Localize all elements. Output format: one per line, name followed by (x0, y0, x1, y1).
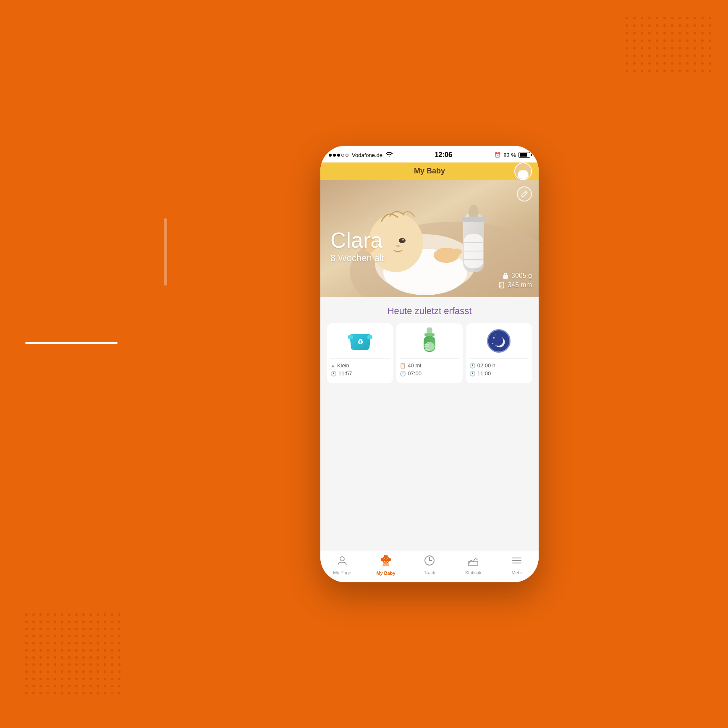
status-right: ⏰ 83 % (494, 152, 530, 158)
clock-icon-2: 🕐 (400, 371, 406, 377)
tracking-grid: ♻ ▲ Klein 🕐 11:57 (320, 323, 539, 383)
weight-value: 3005 g (511, 272, 532, 280)
svg-point-42 (492, 343, 494, 344)
battery-indicator (519, 152, 530, 158)
phone-frame: Vodafone.de 12:06 ⏰ 83 % My Baby (320, 146, 539, 582)
height-icon (498, 282, 505, 288)
svg-rect-30 (367, 335, 372, 339)
header-avatar[interactable] (514, 162, 532, 180)
svg-point-50 (385, 560, 386, 561)
sleep-tracking-item[interactable]: 🕐 02:00 h 🕐 11:00 (466, 323, 532, 383)
my-baby-label: My Baby (376, 571, 395, 576)
height-stat: 345 mm (498, 281, 532, 289)
svg-point-39 (488, 330, 509, 351)
bottle-time: 07:00 (408, 370, 422, 377)
svg-point-40 (493, 337, 495, 339)
hero-section: Clara 8 Wochen alt 3005 g (320, 180, 539, 297)
nav-statistik[interactable]: Statistik (451, 551, 495, 579)
avatar-image (515, 163, 531, 179)
decorative-line (25, 342, 118, 344)
diaper-icon-wrap: ♻ (348, 328, 373, 354)
alarm-icon: ⏰ (494, 152, 501, 158)
signal-dot-3 (337, 154, 340, 157)
track-label: Track (424, 570, 435, 575)
svg-point-52 (388, 558, 391, 561)
sleep-duration-row: 🕐 02:00 h (469, 362, 529, 369)
bottle-tracking-item[interactable]: 📋 40 ml 🕐 07:00 (396, 323, 462, 383)
svg-point-10 (402, 239, 404, 241)
bottle-details: 📋 40 ml 🕐 07:00 (400, 362, 459, 378)
sleep-icon (487, 329, 511, 353)
app-header: My Baby (320, 162, 539, 180)
mehr-icon (511, 555, 522, 568)
bottle-time-row: 🕐 07:00 (400, 370, 459, 377)
svg-rect-33 (424, 333, 435, 336)
statistik-label: Statistik (465, 570, 482, 575)
diaper-tracking-item[interactable]: ♻ ▲ Klein 🕐 11:57 (327, 323, 393, 383)
mehr-label: Mehr (511, 570, 522, 575)
svg-point-51 (381, 558, 383, 561)
baby-age: 8 Wochen alt (330, 253, 384, 264)
divider-2 (400, 359, 459, 359)
my-page-label: My Page (333, 570, 351, 575)
svg-point-14 (452, 249, 462, 255)
duration-icon: 🕐 (469, 363, 476, 369)
signal-dot-2 (333, 154, 336, 157)
svg-point-49 (387, 559, 388, 560)
divider-3 (469, 359, 529, 359)
battery-fill (520, 153, 527, 157)
decorative-dots-bottom-left (25, 613, 120, 694)
diaper-icon: ♻ (348, 332, 373, 351)
bottle-amount: 40 ml (408, 362, 421, 369)
sleep-duration: 02:00 h (477, 362, 495, 369)
signal-dot-1 (329, 154, 332, 157)
size-icon: ▲ (330, 363, 335, 369)
weight-icon (502, 272, 509, 279)
content-area: Heute zuletzt erfasst (320, 297, 539, 551)
battery-body (519, 152, 530, 158)
section-title: Heute zuletzt erfasst (320, 297, 539, 323)
edit-button[interactable] (517, 186, 532, 202)
svg-point-41 (503, 341, 505, 342)
sleep-details: 🕐 02:00 h 🕐 11:00 (469, 362, 529, 378)
pencil-icon (521, 191, 528, 197)
clock-icon-3: 🕐 (469, 371, 476, 377)
nav-my-baby[interactable]: My Baby (364, 551, 408, 579)
diaper-time-row: 🕐 11:57 (330, 370, 390, 377)
svg-point-44 (340, 557, 344, 561)
nav-my-page[interactable]: My Page (320, 551, 364, 579)
diaper-details: ▲ Klein 🕐 11:57 (330, 362, 390, 378)
signal-dot-4 (341, 154, 344, 157)
battery-percent: 83 % (503, 152, 516, 158)
wifi-icon (386, 152, 393, 158)
svg-text:♻: ♻ (357, 338, 363, 346)
volume-icon: 📋 (400, 363, 406, 369)
svg-point-9 (399, 238, 406, 243)
status-time: 12:06 (435, 151, 452, 159)
app-title: My Baby (414, 167, 445, 175)
status-left: Vodafone.de (329, 152, 393, 158)
statistik-icon (468, 555, 479, 568)
decorative-dots-top-right (626, 17, 711, 72)
my-page-icon (337, 555, 348, 568)
svg-point-3 (518, 170, 528, 179)
svg-rect-29 (348, 335, 353, 339)
hero-stats: 3005 g 345 mm (498, 272, 532, 291)
bottom-nav: My Page (320, 551, 539, 582)
divider-1 (330, 359, 390, 359)
svg-point-57 (429, 560, 430, 561)
status-bar: Vodafone.de 12:06 ⏰ 83 % (320, 146, 539, 162)
bottle-amount-row: 📋 40 ml (400, 362, 459, 369)
svg-point-53 (382, 563, 389, 566)
track-icon (424, 555, 435, 568)
decorative-bar (164, 218, 167, 285)
nav-mehr[interactable]: Mehr (495, 551, 539, 579)
nav-track[interactable]: Track (408, 551, 451, 579)
diaper-size: Klein (337, 362, 349, 369)
bottle-icon (420, 327, 439, 354)
weight-stat: 3005 g (498, 272, 532, 280)
svg-rect-17 (462, 217, 485, 222)
svg-point-43 (495, 335, 496, 335)
sleep-time: 11:00 (477, 370, 491, 377)
sleep-icon-wrap (486, 328, 511, 354)
